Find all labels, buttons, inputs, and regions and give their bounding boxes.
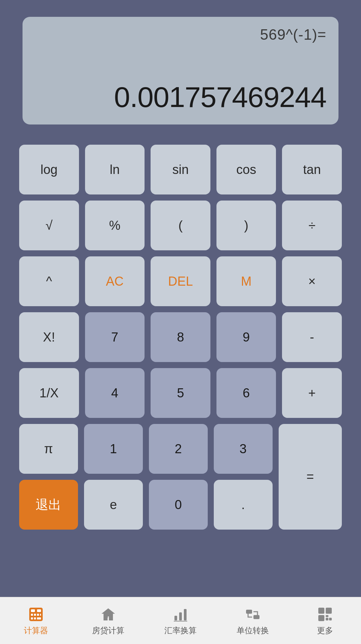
svg-rect-12 — [179, 612, 182, 620]
tan-button[interactable]: tan — [282, 145, 342, 194]
row-2: √ % ( ) ÷ — [19, 201, 342, 250]
svg-rect-17 — [318, 608, 324, 614]
row-5: 1/X 4 5 6 + — [19, 368, 342, 418]
tab-calculator-label: 计算器 — [24, 625, 48, 636]
btn-2[interactable]: 2 — [149, 424, 208, 474]
svg-text:¥: ¥ — [106, 615, 109, 619]
svg-rect-11 — [174, 616, 177, 620]
euler-button[interactable]: e — [84, 480, 143, 530]
tab-exchange[interactable]: 汇率换算 — [145, 606, 217, 636]
del-button[interactable]: DEL — [151, 256, 210, 306]
minus-button[interactable]: - — [282, 312, 342, 362]
btn-8[interactable]: 8 — [151, 312, 210, 362]
tab-mortgage[interactable]: ¥ 房贷计算 — [72, 606, 145, 636]
reciprocal-button[interactable]: 1/X — [19, 368, 79, 418]
btn-1[interactable]: 1 — [84, 424, 143, 474]
cos-button[interactable]: cos — [216, 145, 276, 194]
svg-rect-3 — [31, 614, 33, 616]
rows-6-7: π 1 2 3 退出 e 0 . = — [19, 424, 342, 530]
svg-rect-7 — [31, 617, 33, 619]
btn-4[interactable]: 4 — [85, 368, 145, 418]
equals-button[interactable]: = — [279, 424, 342, 530]
convert-icon — [244, 606, 262, 623]
svg-rect-15 — [246, 610, 252, 614]
row-4: X! 7 8 9 - — [19, 312, 342, 362]
svg-rect-4 — [34, 614, 36, 616]
btn-3[interactable]: 3 — [214, 424, 273, 474]
calculator-icon — [27, 606, 45, 623]
btn-5[interactable]: 5 — [151, 368, 210, 418]
svg-rect-21 — [329, 618, 332, 620]
tab-mortgage-label: 房贷计算 — [92, 625, 124, 636]
rparen-button[interactable]: ) — [216, 201, 276, 250]
house-icon: ¥ — [99, 606, 117, 623]
svg-rect-9 — [37, 617, 41, 619]
btn-6[interactable]: 6 — [216, 368, 276, 418]
log-button[interactable]: log — [19, 145, 79, 194]
svg-rect-6 — [40, 614, 41, 616]
btn-9[interactable]: 9 — [216, 312, 276, 362]
tab-exchange-label: 汇率换算 — [164, 625, 197, 636]
ln-button[interactable]: ln — [85, 145, 145, 194]
svg-rect-2 — [37, 609, 41, 612]
tab-more-label: 更多 — [317, 625, 333, 636]
tab-unit-label: 单位转换 — [237, 625, 269, 636]
svg-rect-13 — [184, 609, 187, 620]
svg-rect-18 — [326, 608, 332, 614]
btn-7[interactable]: 7 — [85, 312, 145, 362]
row-6: π 1 2 3 — [19, 424, 273, 474]
tab-more[interactable]: 更多 — [289, 606, 361, 636]
buttons-area: log ln sin cos tan √ % ( ) ÷ ^ AC DEL M … — [19, 145, 342, 597]
svg-rect-20 — [326, 618, 328, 620]
row-3: ^ AC DEL M × — [19, 256, 342, 306]
sin-button[interactable]: sin — [151, 145, 210, 194]
svg-rect-19 — [318, 615, 324, 621]
equals-col: = — [279, 424, 342, 530]
svg-rect-22 — [326, 615, 328, 617]
svg-rect-8 — [34, 617, 36, 619]
expression-display: 569^(-1)= — [35, 26, 326, 43]
result-display: 0.001757469244 — [35, 80, 326, 114]
multiply-button[interactable]: × — [282, 256, 342, 306]
btn-0[interactable]: 0 — [149, 480, 208, 530]
lparen-button[interactable]: ( — [151, 201, 210, 250]
factorial-button[interactable]: X! — [19, 312, 79, 362]
display-panel: 569^(-1)= 0.001757469244 — [23, 17, 338, 124]
tab-unit[interactable]: 单位转换 — [216, 606, 289, 636]
svg-rect-5 — [37, 614, 39, 616]
power-button[interactable]: ^ — [19, 256, 79, 306]
pi-button[interactable]: π — [19, 424, 78, 474]
tab-bar: 计算器 ¥ 房贷计算 汇率换算 — [0, 597, 361, 644]
exit-button[interactable]: 退出 — [19, 480, 78, 530]
row-1: log ln sin cos tan — [19, 145, 342, 194]
dot-button[interactable]: . — [214, 480, 273, 530]
left-cols: π 1 2 3 退出 e 0 . — [19, 424, 273, 530]
svg-rect-16 — [253, 615, 259, 619]
chart-icon — [172, 606, 189, 623]
svg-rect-1 — [31, 609, 35, 612]
ac-button[interactable]: AC — [85, 256, 145, 306]
row-7: 退出 e 0 . — [19, 480, 273, 530]
divide-button[interactable]: ÷ — [282, 201, 342, 250]
percent-button[interactable]: % — [85, 201, 145, 250]
more-icon — [316, 606, 334, 623]
tab-calculator[interactable]: 计算器 — [0, 606, 72, 636]
sqrt-button[interactable]: √ — [19, 201, 79, 250]
plus-button[interactable]: + — [282, 368, 342, 418]
memory-button[interactable]: M — [216, 256, 276, 306]
